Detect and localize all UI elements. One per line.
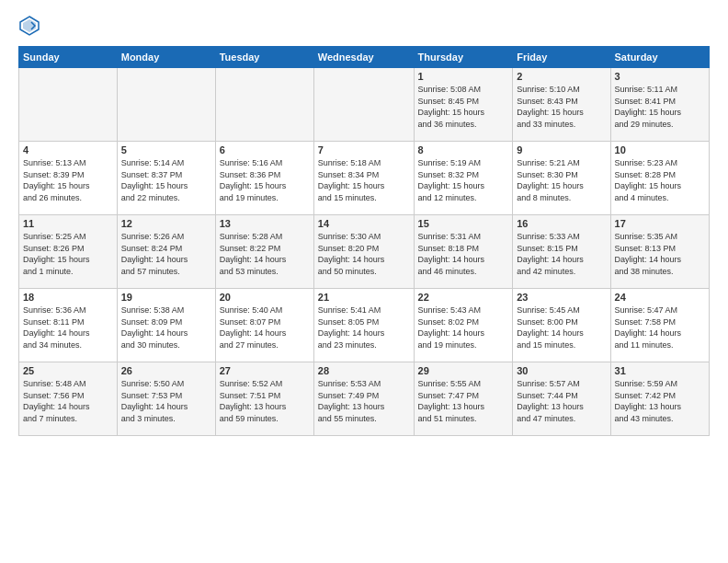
day-cell: 3Sunrise: 5:11 AM Sunset: 8:41 PM Daylig… bbox=[610, 68, 709, 142]
day-cell: 28Sunrise: 5:53 AM Sunset: 7:49 PM Dayli… bbox=[313, 362, 414, 436]
day-info: Sunrise: 5:19 AM Sunset: 8:32 PM Dayligh… bbox=[418, 157, 509, 203]
day-cell: 26Sunrise: 5:50 AM Sunset: 7:53 PM Dayli… bbox=[117, 362, 215, 436]
day-info: Sunrise: 5:47 AM Sunset: 7:58 PM Dayligh… bbox=[615, 304, 705, 350]
header-row: SundayMondayTuesdayWednesdayThursdayFrid… bbox=[19, 47, 710, 68]
day-info: Sunrise: 5:41 AM Sunset: 8:05 PM Dayligh… bbox=[318, 304, 410, 350]
day-cell: 6Sunrise: 5:16 AM Sunset: 8:36 PM Daylig… bbox=[215, 142, 313, 215]
day-info: Sunrise: 5:31 AM Sunset: 8:18 PM Dayligh… bbox=[418, 231, 509, 277]
day-cell: 2Sunrise: 5:10 AM Sunset: 8:43 PM Daylig… bbox=[513, 68, 610, 142]
day-info: Sunrise: 5:55 AM Sunset: 7:47 PM Dayligh… bbox=[418, 378, 509, 424]
day-info: Sunrise: 5:23 AM Sunset: 8:28 PM Dayligh… bbox=[615, 157, 705, 203]
day-cell: 16Sunrise: 5:33 AM Sunset: 8:15 PM Dayli… bbox=[513, 215, 610, 289]
day-number: 1 bbox=[418, 71, 509, 82]
day-cell: 24Sunrise: 5:47 AM Sunset: 7:58 PM Dayli… bbox=[610, 289, 709, 362]
day-cell: 30Sunrise: 5:57 AM Sunset: 7:44 PM Dayli… bbox=[513, 362, 610, 436]
day-cell bbox=[313, 68, 414, 142]
day-number: 20 bbox=[220, 292, 310, 303]
week-row-5: 25Sunrise: 5:48 AM Sunset: 7:56 PM Dayli… bbox=[19, 362, 710, 436]
day-info: Sunrise: 5:28 AM Sunset: 8:22 PM Dayligh… bbox=[220, 231, 310, 277]
day-info: Sunrise: 5:30 AM Sunset: 8:20 PM Dayligh… bbox=[318, 231, 410, 277]
day-number: 22 bbox=[418, 292, 509, 303]
day-info: Sunrise: 5:14 AM Sunset: 8:37 PM Dayligh… bbox=[121, 157, 211, 203]
day-cell: 17Sunrise: 5:35 AM Sunset: 8:13 PM Dayli… bbox=[610, 215, 709, 289]
day-cell: 15Sunrise: 5:31 AM Sunset: 8:18 PM Dayli… bbox=[414, 215, 513, 289]
day-cell: 20Sunrise: 5:40 AM Sunset: 8:07 PM Dayli… bbox=[215, 289, 313, 362]
day-number: 13 bbox=[220, 218, 310, 229]
day-info: Sunrise: 5:35 AM Sunset: 8:13 PM Dayligh… bbox=[615, 231, 705, 277]
day-number: 16 bbox=[517, 218, 606, 229]
calendar-table: SundayMondayTuesdayWednesdayThursdayFrid… bbox=[18, 46, 710, 436]
day-cell: 29Sunrise: 5:55 AM Sunset: 7:47 PM Dayli… bbox=[414, 362, 513, 436]
day-number: 24 bbox=[615, 292, 705, 303]
day-cell bbox=[117, 68, 215, 142]
col-header-friday: Friday bbox=[513, 47, 610, 68]
day-cell: 5Sunrise: 5:14 AM Sunset: 8:37 PM Daylig… bbox=[117, 142, 215, 215]
col-header-monday: Monday bbox=[117, 47, 215, 68]
day-number: 28 bbox=[318, 365, 410, 376]
day-info: Sunrise: 5:36 AM Sunset: 8:11 PM Dayligh… bbox=[23, 304, 113, 350]
day-cell: 11Sunrise: 5:25 AM Sunset: 8:26 PM Dayli… bbox=[19, 215, 118, 289]
day-number: 12 bbox=[121, 218, 211, 229]
day-cell: 4Sunrise: 5:13 AM Sunset: 8:39 PM Daylig… bbox=[19, 142, 118, 215]
day-number: 17 bbox=[615, 218, 705, 229]
col-header-thursday: Thursday bbox=[414, 47, 513, 68]
week-row-1: 1Sunrise: 5:08 AM Sunset: 8:45 PM Daylig… bbox=[19, 68, 710, 142]
day-info: Sunrise: 5:25 AM Sunset: 8:26 PM Dayligh… bbox=[23, 231, 113, 277]
day-info: Sunrise: 5:38 AM Sunset: 8:09 PM Dayligh… bbox=[121, 304, 211, 350]
day-number: 19 bbox=[121, 292, 211, 303]
day-cell: 8Sunrise: 5:19 AM Sunset: 8:32 PM Daylig… bbox=[414, 142, 513, 215]
day-cell: 1Sunrise: 5:08 AM Sunset: 8:45 PM Daylig… bbox=[414, 68, 513, 142]
day-info: Sunrise: 5:18 AM Sunset: 8:34 PM Dayligh… bbox=[318, 157, 410, 203]
day-info: Sunrise: 5:33 AM Sunset: 8:15 PM Dayligh… bbox=[517, 231, 606, 277]
day-info: Sunrise: 5:50 AM Sunset: 7:53 PM Dayligh… bbox=[121, 378, 211, 424]
col-header-sunday: Sunday bbox=[19, 47, 118, 68]
page-header bbox=[18, 15, 710, 37]
day-number: 26 bbox=[121, 365, 211, 376]
day-cell: 12Sunrise: 5:26 AM Sunset: 8:24 PM Dayli… bbox=[117, 215, 215, 289]
day-info: Sunrise: 5:52 AM Sunset: 7:51 PM Dayligh… bbox=[220, 378, 310, 424]
day-cell bbox=[215, 68, 313, 142]
day-info: Sunrise: 5:40 AM Sunset: 8:07 PM Dayligh… bbox=[220, 304, 310, 350]
day-info: Sunrise: 5:10 AM Sunset: 8:43 PM Dayligh… bbox=[517, 84, 606, 130]
day-cell: 21Sunrise: 5:41 AM Sunset: 8:05 PM Dayli… bbox=[313, 289, 414, 362]
day-cell: 18Sunrise: 5:36 AM Sunset: 8:11 PM Dayli… bbox=[19, 289, 118, 362]
week-row-4: 18Sunrise: 5:36 AM Sunset: 8:11 PM Dayli… bbox=[19, 289, 710, 362]
day-number: 2 bbox=[517, 71, 606, 82]
day-number: 15 bbox=[418, 218, 509, 229]
day-cell: 14Sunrise: 5:30 AM Sunset: 8:20 PM Dayli… bbox=[313, 215, 414, 289]
day-number: 21 bbox=[318, 292, 410, 303]
day-cell: 25Sunrise: 5:48 AM Sunset: 7:56 PM Dayli… bbox=[19, 362, 118, 436]
day-info: Sunrise: 5:08 AM Sunset: 8:45 PM Dayligh… bbox=[418, 84, 509, 130]
day-info: Sunrise: 5:11 AM Sunset: 8:41 PM Dayligh… bbox=[615, 84, 705, 130]
svg-marker-1 bbox=[23, 19, 36, 32]
day-cell: 7Sunrise: 5:18 AM Sunset: 8:34 PM Daylig… bbox=[313, 142, 414, 215]
day-info: Sunrise: 5:59 AM Sunset: 7:42 PM Dayligh… bbox=[615, 378, 705, 424]
day-info: Sunrise: 5:48 AM Sunset: 7:56 PM Dayligh… bbox=[23, 378, 113, 424]
logo-icon bbox=[18, 15, 40, 37]
day-number: 27 bbox=[220, 365, 310, 376]
day-info: Sunrise: 5:13 AM Sunset: 8:39 PM Dayligh… bbox=[23, 157, 113, 203]
day-cell: 9Sunrise: 5:21 AM Sunset: 8:30 PM Daylig… bbox=[513, 142, 610, 215]
day-info: Sunrise: 5:16 AM Sunset: 8:36 PM Dayligh… bbox=[220, 157, 310, 203]
day-cell: 22Sunrise: 5:43 AM Sunset: 8:02 PM Dayli… bbox=[414, 289, 513, 362]
calendar-page: SundayMondayTuesdayWednesdayThursdayFrid… bbox=[0, 0, 728, 563]
day-number: 29 bbox=[418, 365, 509, 376]
day-number: 31 bbox=[615, 365, 705, 376]
week-row-3: 11Sunrise: 5:25 AM Sunset: 8:26 PM Dayli… bbox=[19, 215, 710, 289]
day-cell: 23Sunrise: 5:45 AM Sunset: 8:00 PM Dayli… bbox=[513, 289, 610, 362]
day-number: 9 bbox=[517, 144, 606, 155]
day-number: 14 bbox=[318, 218, 410, 229]
day-number: 4 bbox=[23, 144, 113, 155]
day-info: Sunrise: 5:57 AM Sunset: 7:44 PM Dayligh… bbox=[517, 378, 606, 424]
day-number: 18 bbox=[23, 292, 113, 303]
logo bbox=[18, 15, 44, 37]
day-cell bbox=[19, 68, 118, 142]
day-cell: 19Sunrise: 5:38 AM Sunset: 8:09 PM Dayli… bbox=[117, 289, 215, 362]
day-number: 30 bbox=[517, 365, 606, 376]
day-number: 7 bbox=[318, 144, 410, 155]
day-cell: 31Sunrise: 5:59 AM Sunset: 7:42 PM Dayli… bbox=[610, 362, 709, 436]
col-header-saturday: Saturday bbox=[610, 47, 709, 68]
day-cell: 13Sunrise: 5:28 AM Sunset: 8:22 PM Dayli… bbox=[215, 215, 313, 289]
day-number: 10 bbox=[615, 144, 705, 155]
day-number: 25 bbox=[23, 365, 113, 376]
